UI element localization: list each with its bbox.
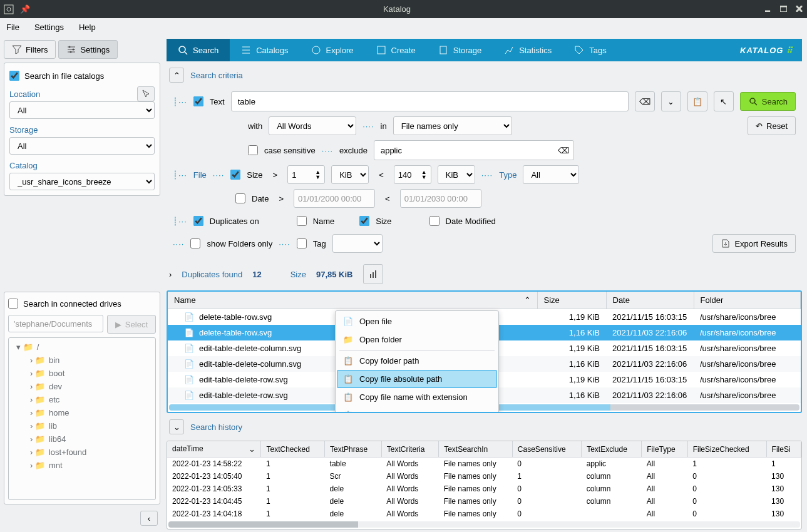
export-results-button[interactable]: Export Results <box>712 234 796 253</box>
type-select[interactable]: All <box>523 165 579 184</box>
menu-file[interactable]: File <box>6 23 19 32</box>
minimize-button[interactable]: 🗕 <box>764 4 772 14</box>
history-col[interactable]: TextPhrase <box>325 441 382 458</box>
menu-settings[interactable]: Settings <box>34 23 64 32</box>
tree-item[interactable]: › 📁 mnt <box>11 459 153 472</box>
checkbox-date[interactable] <box>235 193 245 203</box>
tree-item[interactable]: › 📁 etc <box>11 393 153 406</box>
checkbox-text[interactable] <box>193 96 203 106</box>
size-max-unit[interactable]: KiB <box>438 165 475 184</box>
text-input[interactable] <box>231 91 629 111</box>
ctx-copy-absolute[interactable]: 📋 Copy file absolute path <box>337 370 497 388</box>
history-col[interactable]: TextExclude <box>582 441 642 458</box>
pointer-icon <box>141 89 151 99</box>
ctx-copy-noext[interactable]: 📋 Copy file name without extension <box>337 406 497 413</box>
drive-tree[interactable]: ▾ 📁 / › 📁 bin › 📁 boot › 📁 dev › 📁 etc ›… <box>8 337 156 500</box>
ctx-open-file[interactable]: 📄 Open file <box>337 312 497 330</box>
cursor-button[interactable]: ↖ <box>714 91 734 111</box>
exclude-input[interactable] <box>374 140 574 160</box>
tree-root[interactable]: ▾ 📁 / <box>11 340 153 354</box>
checkbox-search-catalogs[interactable] <box>9 71 19 81</box>
checkbox-tag[interactable] <box>297 238 307 248</box>
sidebar-tab-filters[interactable]: Filters <box>4 40 56 59</box>
list-icon <box>241 45 251 55</box>
in-select[interactable]: File names only <box>393 116 512 135</box>
tree-item[interactable]: › 📁 lib <box>11 419 153 432</box>
history-row[interactable]: 2022-01-23 14:05:401ScrAll WordsFile nam… <box>167 470 801 483</box>
tab-statistics[interactable]: Statistics <box>493 39 563 61</box>
history-col[interactable]: TextChecked <box>261 441 325 458</box>
history-col[interactable]: dateTime ⌄ <box>167 441 261 458</box>
location-select[interactable]: All <box>9 101 155 119</box>
history-col[interactable]: FileSizeChecked <box>687 441 766 458</box>
chart-button[interactable] <box>363 264 383 284</box>
history-col[interactable]: TextSearchIn <box>439 441 513 458</box>
tree-item[interactable]: › 📁 home <box>11 406 153 419</box>
checkbox-size[interactable] <box>230 170 240 180</box>
history-col[interactable]: TextCriteria <box>381 441 438 458</box>
collapse-sidebar-button[interactable]: ‹ <box>140 511 158 526</box>
search-button[interactable]: Search <box>740 92 796 111</box>
ctx-open-folder[interactable]: 📁 Open folder <box>337 330 497 349</box>
size-max-input[interactable]: 140▲▼ <box>394 165 431 184</box>
tab-catalogs[interactable]: Catalogs <box>230 39 299 61</box>
collapse-criteria-button[interactable]: ⌃ <box>169 68 184 83</box>
tree-item[interactable]: › 📁 lost+found <box>11 446 153 459</box>
tree-item[interactable]: › 📁 lib64 <box>11 432 153 446</box>
history-col[interactable]: FileType <box>642 441 687 458</box>
with-select[interactable]: All Words <box>269 116 356 135</box>
tab-tags[interactable]: Tags <box>563 39 617 61</box>
tree-item[interactable]: › 📁 dev <box>11 380 153 393</box>
tab-explore[interactable]: Explore <box>300 39 365 61</box>
checkbox-dup-size[interactable] <box>359 216 369 226</box>
maximize-button[interactable]: 🗖 <box>779 4 788 14</box>
text-dropdown-button[interactable]: ⌄ <box>661 91 681 111</box>
clear-location-button[interactable] <box>137 86 155 101</box>
collapse-results-button[interactable]: › <box>169 270 172 279</box>
checkbox-case[interactable] <box>248 145 258 155</box>
col-size[interactable]: Size <box>537 292 606 309</box>
storage-select[interactable]: All <box>9 137 155 155</box>
pin-icon[interactable]: 📌 <box>20 4 30 14</box>
date-min-input[interactable]: 01/01/2000 00:00 <box>294 189 375 208</box>
catalog-select[interactable]: _usr_share_icons_breeze <box>9 173 155 190</box>
history-col[interactable]: CaseSensitive <box>512 441 581 458</box>
ctx-copy-folder[interactable]: 📋 Copy folder path <box>337 352 497 370</box>
tab-create[interactable]: Create <box>365 39 427 61</box>
menu-help[interactable]: Help <box>79 23 96 32</box>
history-row[interactable]: 2022-01-23 14:05:331deleAll WordsFile na… <box>167 483 801 495</box>
clear-exclude-icon[interactable]: ⌫ <box>558 146 569 155</box>
col-date[interactable]: Date <box>606 292 694 309</box>
close-button[interactable]: 🗙 <box>795 4 803 14</box>
checkbox-duplicates[interactable] <box>193 216 203 226</box>
chart-icon <box>504 45 514 55</box>
history-col[interactable]: FileSi <box>766 441 801 458</box>
size-min-input[interactable]: 1▲▼ <box>287 165 325 184</box>
history-row[interactable]: 2022-01-23 14:04:181deleAll WordsFile na… <box>167 508 801 520</box>
checkbox-dup-modified[interactable] <box>429 216 439 226</box>
ctx-copy-ext[interactable]: 📋 Copy file name with extension <box>337 388 497 406</box>
col-folder[interactable]: Folder <box>694 292 801 309</box>
context-menu: 📄 Open file 📁 Open folder 📋 Copy folder … <box>335 310 499 413</box>
clear-text-button[interactable]: ⌫ <box>635 91 655 111</box>
date-max-input[interactable]: 01/01/2030 00:00 <box>400 189 481 208</box>
results-size: 97,85 KiB <box>316 270 353 279</box>
checkbox-dup-name[interactable] <box>297 216 307 226</box>
col-name[interactable]: Name⌃ <box>168 292 537 309</box>
svg-point-4 <box>70 51 72 53</box>
size-min-unit[interactable]: KiB <box>331 165 369 184</box>
history-row[interactable]: 2022-01-23 14:58:221tableAll WordsFile n… <box>167 458 801 471</box>
checkbox-folders-only[interactable] <box>190 238 200 248</box>
checkbox-search-drives[interactable] <box>8 299 18 309</box>
history-scrollbar[interactable] <box>168 521 800 528</box>
reset-button[interactable]: ↶ Reset <box>748 116 796 135</box>
tab-storage[interactable]: Storage <box>427 39 493 61</box>
collapse-history-button[interactable]: ⌄ <box>169 419 184 434</box>
tag-select[interactable] <box>332 234 383 253</box>
tree-item[interactable]: › 📁 bin <box>11 354 153 367</box>
paste-button[interactable]: 📋 <box>687 91 707 111</box>
history-row[interactable]: 2022-01-23 14:04:451deleAll WordsFile na… <box>167 495 801 508</box>
tree-item[interactable]: › 📁 boot <box>11 367 153 380</box>
sidebar-tab-settings[interactable]: Settings <box>58 40 118 59</box>
tab-search[interactable]: Search <box>167 39 230 61</box>
